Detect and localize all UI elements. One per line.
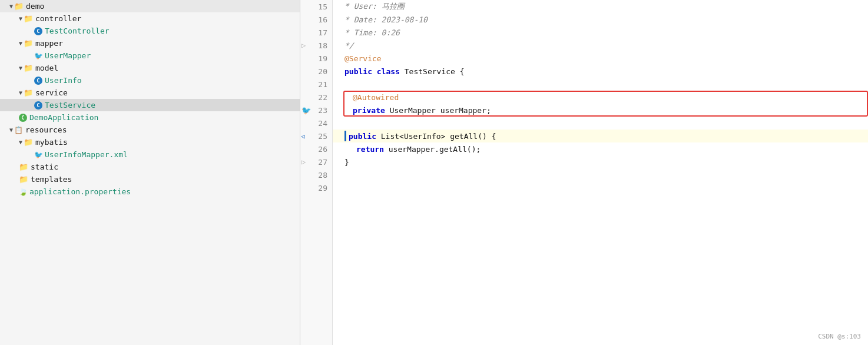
code-line-29 [333,181,868,194]
line-num-19: 19 [300,52,332,65]
tree-item-static[interactable]: 📁 static [0,161,300,173]
red-box-container: @Autowired private UserMapper userMapper… [333,91,868,117]
line-num-20: 20 [300,65,332,78]
class-icon-userinfo: C [34,77,42,85]
code-line-15: * User: 马拉圈 [333,0,868,13]
code-line-19: @Service [333,52,868,65]
line-num-15: 15 [300,0,332,13]
line-num-22: 22 [300,91,332,104]
fold-icon-18: ▷ [302,41,306,49]
tree-item-demo[interactable]: ▼ 📁 demo [0,0,300,12]
line-num-18: ▷ 18 [300,39,332,52]
mybatis-gutter-icon-23: 🐦 [302,106,311,115]
folder-icon-controller: 📁 [24,14,33,23]
label-usermapper: UserMapper [45,51,91,60]
label-service: service [35,88,68,97]
arrow-model: ▼ [19,65,22,71]
arrow-resources: ▼ [9,127,13,133]
label-userinfomapper: UserInfoMapper.xml [45,150,128,159]
fold-icon-27: ▷ [302,158,306,166]
tree-item-demoapplication[interactable]: C DemoApplication [0,111,300,124]
label-testcontroller: TestController [45,26,110,35]
folder-icon-mapper: 📁 [24,39,33,48]
line-num-16: 16 [300,13,332,26]
label-controller: controller [35,14,81,23]
folder-icon-service: 📁 [24,88,33,97]
code-line-17: * Time: 0:26 [333,26,868,39]
folder-icon-templates: 📁 [19,175,28,184]
folder-icon-resources: 📋 [14,126,23,134]
tree-item-userinfo[interactable]: C UserInfo [0,74,300,87]
code-line-24 [333,117,868,130]
label-testservice: TestService [45,101,95,110]
label-templates: templates [31,175,72,184]
code-line-20: public class TestService { [333,65,868,78]
label-resources: resources [25,125,67,134]
code-line-21 [333,78,868,91]
label-demo: demo [26,2,44,11]
label-mapper: mapper [35,39,63,48]
properties-icon-appprops: 🍃 [19,188,27,196]
code-line-25: public List<UserInfo> getAll() { [333,130,868,142]
tree-item-testcontroller[interactable]: C TestController [0,25,300,37]
folder-icon-static: 📁 [19,162,28,171]
tree-item-mybatis[interactable]: ▼ 📁 mybatis [0,136,300,148]
label-appprops: application.properties [29,187,131,196]
line-num-29: 29 [300,181,332,194]
attribution: CSDN @s:103 [818,333,861,340]
label-userinfo: UserInfo [45,76,82,85]
line-num-17: 17 [300,26,332,39]
tree-item-controller[interactable]: ▼ 📁 controller [0,12,300,25]
tree-item-service[interactable]: ▼ 📁 service [0,87,300,99]
label-model: model [35,64,58,72]
line-num-23: 🐦 23 [300,104,332,117]
label-mybatis: mybatis [35,138,68,147]
tree-item-testservice[interactable]: C TestService [0,99,300,111]
class-icon-testservice: C [34,101,42,110]
code-lines: * User: 马拉圈 * Date: 2023-08-10 * Time: 0… [333,0,868,345]
tree-item-resources[interactable]: ▼ 📋 resources [0,124,300,136]
arrow-service: ▼ [19,89,22,96]
label-static: static [31,162,58,171]
code-content: 15 16 17 ▷ 18 19 20 21 22 🐦 23 24 ◁ 25 2… [300,0,868,345]
line-num-24: 24 [300,117,332,130]
tree-item-mapper[interactable]: ▼ 📁 mapper [0,37,300,49]
folder-icon-demo: 📁 [14,2,24,11]
folder-icon-mybatis: 📁 [24,138,33,147]
tree-item-usermapper[interactable]: 🐦 UserMapper [0,49,300,62]
code-line-26: return userMapper.getAll(); [333,142,868,155]
code-line-16: * Date: 2023-08-10 [333,13,868,26]
code-line-27: } [333,155,868,168]
line-num-25: ◁ 25 [300,130,332,142]
line-num-27: ▷ 27 [300,155,332,168]
arrow-mybatis: ▼ [19,139,22,145]
line-num-21: 21 [300,78,332,91]
code-line-22: @Autowired [344,91,868,104]
tree-item-templates[interactable]: 📁 templates [0,173,300,185]
class-icon-demoapplication: C [19,114,27,122]
tree-item-model[interactable]: ▼ 📁 model [0,62,300,74]
code-editor: 15 16 17 ▷ 18 19 20 21 22 🐦 23 24 ◁ 25 2… [300,0,868,345]
tree-item-appprops[interactable]: 🍃 application.properties [0,185,300,198]
code-line-18: */ [333,39,868,52]
line-num-26: 26 [300,142,332,155]
label-demoapplication: DemoApplication [29,113,98,122]
cursor-indicator [344,131,346,141]
line-numbers: 15 16 17 ▷ 18 19 20 21 22 🐦 23 24 ◁ 25 2… [300,0,333,345]
code-line-28 [333,168,868,181]
folder-icon-model: 📁 [24,64,33,72]
code-line-23: private UserMapper userMapper; [344,104,868,117]
line-num-28: 28 [300,168,332,181]
arrow-mapper: ▼ [19,40,22,47]
arrow-demo: ▼ [9,3,13,9]
xml-icon-userinfomapper: 🐦 [34,151,42,159]
file-tree: ▼ 📁 demo ▼ 📁 controller C TestController… [0,0,300,345]
class-icon-testcontroller: C [34,27,42,35]
arrow-controller: ▼ [19,15,22,22]
mybatis-icon-usermapper: 🐦 [34,52,42,60]
tree-item-userinfomapper[interactable]: 🐦 UserInfoMapper.xml [0,148,300,161]
bookmark-icon-25: ◁ [301,132,305,140]
